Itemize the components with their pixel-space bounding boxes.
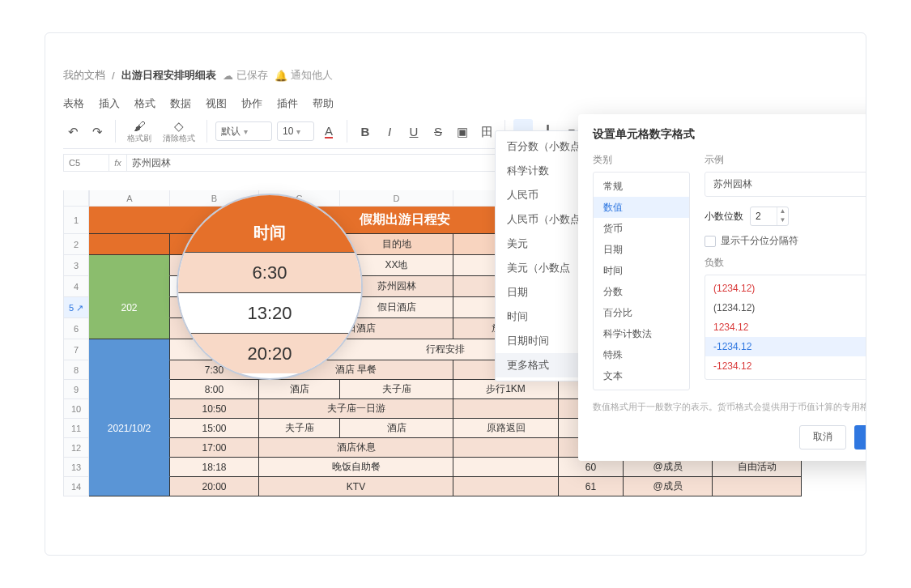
menu-data[interactable]: 数据: [170, 96, 191, 111]
breadcrumb-root[interactable]: 我的文档: [63, 68, 105, 83]
menu-collab[interactable]: 协作: [241, 96, 262, 111]
fontsize-select[interactable]: 10▾: [277, 121, 314, 141]
category-item[interactable]: 文本: [594, 365, 689, 386]
cell[interactable]: 步行1KM: [453, 380, 559, 399]
row-header[interactable]: 12: [63, 438, 89, 458]
category-item[interactable]: 百分比: [594, 302, 689, 323]
cell[interactable]: [89, 255, 170, 276]
ok-button[interactable]: 确定: [854, 425, 866, 450]
cell[interactable]: 夫子庙一日游: [259, 399, 453, 419]
cell[interactable]: 夫子庙: [340, 380, 453, 399]
cell[interactable]: [89, 399, 170, 419]
row-header[interactable]: 1: [63, 207, 89, 234]
menu-insert[interactable]: 插入: [99, 96, 120, 111]
row-header[interactable]: 6: [63, 318, 89, 339]
format-painter-button[interactable]: 🖌格式刷: [124, 119, 155, 143]
cell[interactable]: 自由活动: [713, 458, 802, 477]
row-header[interactable]: 14: [63, 477, 89, 496]
cell[interactable]: 酒店休息: [259, 438, 453, 458]
row-header[interactable]: 7: [63, 339, 89, 360]
col-header[interactable]: D: [340, 190, 453, 207]
spin-up-icon[interactable]: ▲: [777, 207, 788, 216]
notify-button[interactable]: 🔔 通知他人: [275, 68, 333, 83]
cell[interactable]: 15:00: [170, 419, 259, 438]
menu-plugin[interactable]: 插件: [277, 96, 298, 111]
cell[interactable]: KTV: [259, 477, 453, 496]
decimals-input[interactable]: 2 ▲▼: [750, 207, 789, 226]
cell[interactable]: [89, 438, 170, 458]
menu-view[interactable]: 视图: [206, 96, 227, 111]
redo-button[interactable]: ↷: [87, 119, 107, 143]
cell[interactable]: 20:00: [170, 477, 259, 496]
spin-down-icon[interactable]: ▼: [777, 216, 788, 225]
undo-button[interactable]: ↶: [63, 119, 83, 143]
category-item[interactable]: 科学计数法: [594, 323, 689, 344]
cell[interactable]: [89, 477, 170, 496]
cell[interactable]: [713, 477, 802, 496]
negative-option[interactable]: (1234.12): [705, 298, 866, 317]
cell[interactable]: [89, 339, 170, 360]
row-header[interactable]: 13: [63, 458, 89, 477]
underline-button[interactable]: U: [404, 119, 424, 143]
cell[interactable]: 2021/10/2: [89, 419, 170, 438]
cell[interactable]: 61: [559, 477, 624, 496]
cell[interactable]: 202: [89, 297, 170, 318]
cell[interactable]: [453, 477, 559, 496]
clear-format-button[interactable]: ◇清除格式: [160, 119, 198, 143]
row-header[interactable]: 4: [63, 276, 89, 297]
category-item[interactable]: 分数: [594, 281, 689, 302]
row-header[interactable]: 11: [63, 419, 89, 438]
category-item[interactable]: 日期: [594, 239, 689, 260]
cell[interactable]: 18:18: [170, 458, 259, 477]
cell[interactable]: 17:00: [170, 438, 259, 458]
menu-format[interactable]: 格式: [134, 96, 155, 111]
cell[interactable]: [453, 438, 559, 458]
negative-option-selected[interactable]: -1234.12: [705, 337, 866, 356]
cell[interactable]: 晚饭自助餐: [259, 458, 453, 477]
negative-option[interactable]: (1234.12): [705, 279, 866, 298]
menu-table[interactable]: 表格: [63, 96, 84, 111]
row-header[interactable]: 5 ↗: [63, 297, 89, 318]
cell[interactable]: 夫子庙: [259, 419, 340, 438]
italic-button[interactable]: I: [380, 119, 399, 143]
cell[interactable]: @成员: [624, 477, 713, 496]
textcolor-button[interactable]: A: [319, 119, 338, 143]
row-header[interactable]: 3: [63, 255, 89, 276]
breadcrumb-doc[interactable]: 出游日程安排明细表: [121, 68, 216, 83]
fillcolor-button[interactable]: ▣: [453, 119, 472, 143]
category-item[interactable]: 常规: [594, 176, 689, 197]
fx-icon[interactable]: fx: [109, 154, 126, 172]
cell-reference[interactable]: C5: [63, 154, 109, 172]
row-header[interactable]: 9: [63, 380, 89, 399]
category-item[interactable]: 时间: [594, 260, 689, 281]
bold-button[interactable]: B: [355, 119, 375, 143]
cell[interactable]: 酒店: [340, 419, 453, 438]
category-item[interactable]: 特殊: [594, 344, 689, 365]
cell[interactable]: [89, 360, 170, 380]
cell[interactable]: [453, 399, 559, 419]
corner-cell[interactable]: [63, 190, 89, 207]
row-header[interactable]: 2: [63, 234, 89, 255]
negative-option[interactable]: 1234.12: [705, 317, 866, 337]
cell[interactable]: [89, 276, 170, 297]
category-item[interactable]: 货币: [594, 218, 689, 239]
cell[interactable]: 8:00: [170, 380, 259, 399]
border-button[interactable]: 田: [477, 119, 496, 143]
menu-help[interactable]: 帮助: [313, 96, 334, 111]
row-header[interactable]: 10: [63, 399, 89, 419]
cell[interactable]: [453, 458, 559, 477]
cell[interactable]: [89, 380, 170, 399]
negative-option[interactable]: -1234.12: [705, 356, 866, 376]
col-header[interactable]: A: [89, 190, 170, 207]
cell[interactable]: [89, 458, 170, 477]
strike-button[interactable]: S: [428, 119, 448, 143]
cell[interactable]: 酒店: [259, 380, 340, 399]
cell[interactable]: 60: [559, 458, 624, 477]
row-header[interactable]: 8: [63, 360, 89, 380]
cell[interactable]: 目的地: [340, 234, 453, 255]
cell[interactable]: 原路返回: [453, 419, 559, 438]
cancel-button[interactable]: 取消: [799, 425, 846, 450]
category-item-selected[interactable]: 数值: [594, 197, 689, 218]
cell[interactable]: [89, 234, 170, 255]
cell[interactable]: [89, 318, 170, 339]
